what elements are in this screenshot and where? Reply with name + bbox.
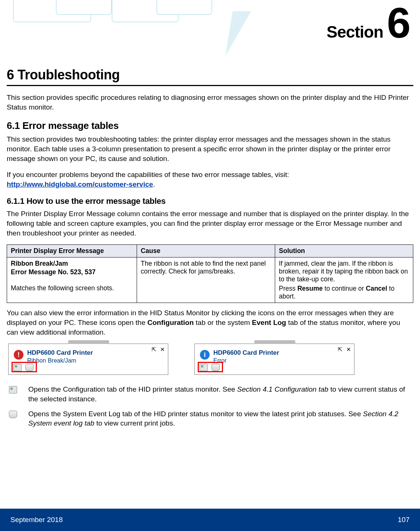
configuration-icon	[7, 385, 19, 404]
legend-text: Opens the System Event Log tab of the HI…	[28, 409, 413, 428]
solution-line2: Press Resume to continue or Cancel to ab…	[279, 285, 409, 300]
event-log-icon	[7, 409, 19, 428]
legend-text: Opens the Configuration tab of the HID p…	[28, 385, 413, 404]
popup-actions-highlight	[12, 362, 37, 372]
page-header-graphic: Section 6	[0, 0, 420, 63]
decorative-box	[156, 0, 212, 15]
table-header-cell: Solution	[275, 245, 413, 257]
intro-paragraph: This section provides specific procedure…	[7, 93, 413, 112]
chapter-number: 6	[7, 67, 14, 82]
legend-row-configuration: Opens the Configuration tab of the HID p…	[7, 385, 413, 404]
decorative-chevron	[207, 11, 251, 56]
text: to view current print jobs.	[94, 419, 175, 427]
pin-icon[interactable]: ⇱	[338, 346, 343, 353]
close-icon[interactable]: ✕	[346, 346, 351, 353]
status-popups: ⇱ ✕ ! HDP6600 Card Printer Ribbon Break/…	[8, 344, 413, 375]
text: Opens the System Event Log tab of the HI…	[28, 410, 363, 418]
table-cell-solution: If jammed, clear the jam. If the ribbon …	[275, 257, 413, 303]
table-cell-cause: The ribbon is not able to find the next …	[137, 257, 275, 303]
popup-text: HDP6600 Card Printer Ribbon Break/Jam	[27, 349, 93, 364]
text: Press	[279, 285, 298, 292]
bold-cancel: Cancel	[366, 285, 387, 292]
chapter-title: 6 Troubleshooting	[7, 67, 413, 83]
popup-handle	[68, 340, 109, 344]
table-header-cell: Printer Display Error Message	[7, 245, 137, 257]
popup-title: HDP6600 Card Printer	[27, 349, 93, 357]
status-popup-error: ⇱ ✕ ! HDP6600 Card Printer Ribbon Break/…	[8, 344, 168, 375]
chapter-text: Troubleshooting	[18, 67, 120, 82]
bold-configuration: Configuration	[147, 319, 194, 326]
section-word: Section	[327, 23, 383, 41]
popup-handle	[254, 340, 295, 344]
status-popup-info: ⇱ ✕ i HDP6600 Card Printer Error	[194, 344, 354, 375]
popup-subtitle: Ribbon Break/Jam	[27, 357, 93, 364]
bold-event-log: Event Log	[252, 319, 286, 326]
page: Section 6 6 Troubleshooting This section…	[0, 0, 420, 531]
text: .	[153, 180, 155, 188]
legend-row-event-log: Opens the System Event Log tab of the HI…	[7, 409, 413, 428]
popup-actions-highlight	[198, 362, 223, 372]
title-rule	[7, 85, 413, 86]
bold-resume: Resume	[298, 285, 323, 292]
error-message-table: Printer Display Error Message Cause Solu…	[7, 244, 413, 303]
popup-subtitle: Error	[213, 357, 279, 364]
content: 6 Troubleshooting This section provides …	[0, 63, 420, 509]
text: If you encounter problems beyond the cap…	[7, 171, 289, 178]
text: to continue or	[323, 285, 366, 292]
table-cell-error: Ribbon Break/Jam Error Message No. 523, …	[7, 257, 137, 303]
close-icon[interactable]: ✕	[160, 346, 165, 353]
heading-6-1-1: 6.1.1 How to use the error message table…	[7, 196, 413, 206]
footer-date: September 2018	[10, 516, 63, 524]
italic-ref: Section 4.1 Configuration tab	[237, 385, 328, 393]
pin-icon[interactable]: ⇱	[152, 346, 156, 353]
popup-title: HDP6600 Card Printer	[213, 349, 279, 357]
event-log-icon[interactable]	[25, 364, 34, 371]
customer-service-link[interactable]: http://www.hidglobal.com/customer-servic…	[7, 180, 153, 188]
heading-6-1: 6.1 Error message tables	[7, 120, 413, 132]
configuration-icon[interactable]	[13, 364, 22, 371]
popup-text: HDP6600 Card Printer Error	[213, 349, 279, 364]
table-header-row: Printer Display Error Message Cause Solu…	[7, 245, 413, 257]
alert-icon: !	[14, 350, 23, 360]
text: Opens the Configuration tab of the HID p…	[28, 385, 237, 393]
info-icon: i	[200, 350, 210, 360]
popup-controls: ⇱ ✕	[338, 346, 351, 353]
text: tab or the system	[194, 319, 252, 326]
table-header-cell: Cause	[137, 245, 275, 257]
error-name: Ribbon Break/Jam	[11, 260, 133, 268]
section-label: Section 6	[327, 4, 409, 42]
page-footer: September 2018 107	[0, 509, 420, 531]
popup-controls: ⇱ ✕	[152, 346, 165, 353]
error-note: Matches the following screen shots.	[11, 284, 133, 292]
table-row: Ribbon Break/Jam Error Message No. 523, …	[7, 257, 413, 303]
para-6-1-a: This section provides two troubleshootin…	[7, 135, 413, 163]
footer-page-number: 107	[398, 516, 410, 524]
event-log-icon[interactable]	[211, 364, 220, 371]
solution-line1: If jammed, clear the jam. If the ribbon …	[279, 260, 409, 283]
decorative-box	[56, 0, 112, 15]
section-number: 6	[387, 4, 409, 42]
para-6-1-b: If you encounter problems beyond the cap…	[7, 170, 413, 189]
configuration-icon[interactable]	[200, 364, 208, 371]
after-table-paragraph: You can also view the error information …	[7, 308, 413, 337]
error-number: Error Message No. 523, 537	[11, 268, 133, 276]
para-6-1-1: The Printer Display Error Message column…	[7, 209, 413, 238]
